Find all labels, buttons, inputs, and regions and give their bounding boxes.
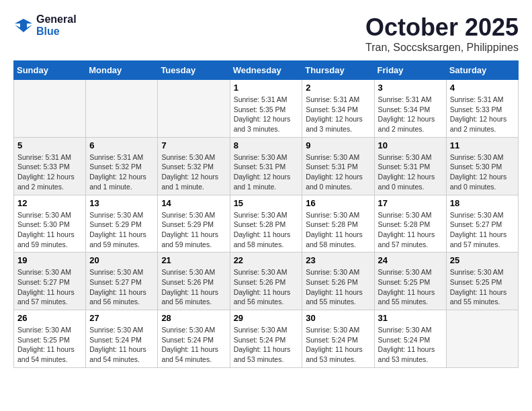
calendar-cell: 2Sunrise: 5:31 AM Sunset: 5:34 PM Daylig… [302,80,374,138]
day-info: Sunrise: 5:30 AM Sunset: 5:31 PM Dayligh… [378,152,443,192]
calendar-cell: 27Sunrise: 5:30 AM Sunset: 5:24 PM Dayli… [86,310,158,368]
day-info: Sunrise: 5:30 AM Sunset: 5:32 PM Dayligh… [161,152,226,192]
day-header-sunday: Sunday [14,61,86,80]
day-number: 7 [161,140,226,150]
day-info: Sunrise: 5:31 AM Sunset: 5:35 PM Dayligh… [234,95,299,134]
day-number: 26 [17,313,82,323]
day-info: Sunrise: 5:30 AM Sunset: 5:31 PM Dayligh… [234,152,299,192]
day-number: 29 [234,313,299,323]
calendar-cell: 7Sunrise: 5:30 AM Sunset: 5:32 PM Daylig… [158,137,230,195]
calendar-cell: 13Sunrise: 5:30 AM Sunset: 5:29 PM Dayli… [86,195,158,253]
day-info: Sunrise: 5:31 AM Sunset: 5:33 PM Dayligh… [17,152,82,192]
day-number: 21 [161,255,226,265]
day-header-saturday: Saturday [446,61,518,80]
day-header-monday: Monday [86,61,158,80]
day-number: 4 [450,83,515,93]
day-number: 18 [450,198,515,208]
day-info: Sunrise: 5:30 AM Sunset: 5:25 PM Dayligh… [17,325,82,365]
day-number: 14 [161,198,226,208]
day-info: Sunrise: 5:30 AM Sunset: 5:28 PM Dayligh… [378,210,443,250]
calendar-week-row: 26Sunrise: 5:30 AM Sunset: 5:25 PM Dayli… [14,310,519,368]
day-info: Sunrise: 5:30 AM Sunset: 5:24 PM Dayligh… [89,325,154,365]
calendar-week-row: 12Sunrise: 5:30 AM Sunset: 5:30 PM Dayli… [14,195,519,253]
calendar-cell: 14Sunrise: 5:30 AM Sunset: 5:29 PM Dayli… [158,195,230,253]
day-number: 1 [234,83,299,93]
calendar-cell: 6Sunrise: 5:31 AM Sunset: 5:32 PM Daylig… [86,137,158,195]
calendar-cell [446,310,518,368]
day-info: Sunrise: 5:30 AM Sunset: 5:26 PM Dayligh… [161,267,226,307]
calendar-cell: 19Sunrise: 5:30 AM Sunset: 5:27 PM Dayli… [14,253,86,310]
calendar-cell: 18Sunrise: 5:30 AM Sunset: 5:27 PM Dayli… [446,195,518,253]
day-header-tuesday: Tuesday [158,61,230,80]
day-info: Sunrise: 5:30 AM Sunset: 5:25 PM Dayligh… [378,267,443,307]
day-number: 25 [450,255,515,265]
logo-text: General Blue [36,13,77,37]
day-number: 22 [234,255,299,265]
calendar-cell: 9Sunrise: 5:30 AM Sunset: 5:31 PM Daylig… [302,137,374,195]
day-info: Sunrise: 5:30 AM Sunset: 5:27 PM Dayligh… [450,210,515,250]
day-number: 8 [234,140,299,150]
day-info: Sunrise: 5:31 AM Sunset: 5:33 PM Dayligh… [450,95,515,134]
day-header-friday: Friday [374,61,446,80]
day-info: Sunrise: 5:30 AM Sunset: 5:30 PM Dayligh… [17,210,82,250]
day-number: 27 [89,313,154,323]
calendar-week-row: 19Sunrise: 5:30 AM Sunset: 5:27 PM Dayli… [14,253,519,310]
day-info: Sunrise: 5:31 AM Sunset: 5:34 PM Dayligh… [306,95,370,134]
title-section: October 2025 Tran, Soccsksargen, Philipp… [365,13,519,54]
calendar-cell: 3Sunrise: 5:31 AM Sunset: 5:34 PM Daylig… [374,80,446,138]
calendar-cell: 5Sunrise: 5:31 AM Sunset: 5:33 PM Daylig… [14,137,86,195]
day-info: Sunrise: 5:30 AM Sunset: 5:29 PM Dayligh… [161,210,226,250]
day-info: Sunrise: 5:30 AM Sunset: 5:24 PM Dayligh… [234,325,299,365]
calendar-cell: 1Sunrise: 5:31 AM Sunset: 5:35 PM Daylig… [230,80,302,138]
day-number: 11 [450,140,515,150]
day-info: Sunrise: 5:30 AM Sunset: 5:25 PM Dayligh… [450,267,515,307]
calendar-cell: 21Sunrise: 5:30 AM Sunset: 5:26 PM Dayli… [158,253,230,310]
calendar-cell: 25Sunrise: 5:30 AM Sunset: 5:25 PM Dayli… [446,253,518,310]
day-info: Sunrise: 5:30 AM Sunset: 5:27 PM Dayligh… [17,267,82,307]
calendar-cell: 28Sunrise: 5:30 AM Sunset: 5:24 PM Dayli… [158,310,230,368]
day-number: 3 [378,83,443,93]
day-number: 5 [17,140,82,150]
day-number: 23 [306,255,370,265]
day-number: 31 [378,313,443,323]
day-info: Sunrise: 5:30 AM Sunset: 5:31 PM Dayligh… [306,152,370,192]
calendar-table: SundayMondayTuesdayWednesdayThursdayFrid… [13,60,519,368]
day-info: Sunrise: 5:30 AM Sunset: 5:24 PM Dayligh… [306,325,370,365]
calendar-cell: 24Sunrise: 5:30 AM Sunset: 5:25 PM Dayli… [374,253,446,310]
day-info: Sunrise: 5:30 AM Sunset: 5:26 PM Dayligh… [234,267,299,307]
day-info: Sunrise: 5:30 AM Sunset: 5:28 PM Dayligh… [234,210,299,250]
svg-marker-0 [15,19,32,32]
calendar-cell: 31Sunrise: 5:30 AM Sunset: 5:24 PM Dayli… [374,310,446,368]
calendar-cell: 30Sunrise: 5:30 AM Sunset: 5:24 PM Dayli… [302,310,374,368]
calendar-cell: 29Sunrise: 5:30 AM Sunset: 5:24 PM Dayli… [230,310,302,368]
day-number: 20 [89,255,154,265]
day-number: 24 [378,255,443,265]
day-header-thursday: Thursday [302,61,374,80]
day-number: 9 [306,140,370,150]
calendar-cell: 22Sunrise: 5:30 AM Sunset: 5:26 PM Dayli… [230,253,302,310]
day-number: 30 [306,313,370,323]
day-info: Sunrise: 5:31 AM Sunset: 5:34 PM Dayligh… [378,95,443,134]
calendar-cell: 11Sunrise: 5:30 AM Sunset: 5:30 PM Dayli… [446,137,518,195]
day-info: Sunrise: 5:30 AM Sunset: 5:28 PM Dayligh… [306,210,370,250]
day-info: Sunrise: 5:30 AM Sunset: 5:24 PM Dayligh… [378,325,443,365]
logo: General Blue [13,13,77,37]
day-header-wednesday: Wednesday [230,61,302,80]
calendar-cell: 26Sunrise: 5:30 AM Sunset: 5:25 PM Dayli… [14,310,86,368]
day-number: 12 [17,198,82,208]
location-title: Tran, Soccsksargen, Philippines [365,42,519,54]
logo-icon [13,15,34,36]
day-number: 2 [306,83,370,93]
day-info: Sunrise: 5:30 AM Sunset: 5:27 PM Dayligh… [89,267,154,307]
day-number: 10 [378,140,443,150]
day-number: 13 [89,198,154,208]
day-number: 6 [89,140,154,150]
calendar-cell: 23Sunrise: 5:30 AM Sunset: 5:26 PM Dayli… [302,253,374,310]
calendar-cell: 12Sunrise: 5:30 AM Sunset: 5:30 PM Dayli… [14,195,86,253]
month-title: October 2025 [365,13,519,42]
day-info: Sunrise: 5:30 AM Sunset: 5:29 PM Dayligh… [89,210,154,250]
day-info: Sunrise: 5:31 AM Sunset: 5:32 PM Dayligh… [89,152,154,192]
day-info: Sunrise: 5:30 AM Sunset: 5:26 PM Dayligh… [306,267,370,307]
calendar-cell: 17Sunrise: 5:30 AM Sunset: 5:28 PM Dayli… [374,195,446,253]
day-number: 19 [17,255,82,265]
